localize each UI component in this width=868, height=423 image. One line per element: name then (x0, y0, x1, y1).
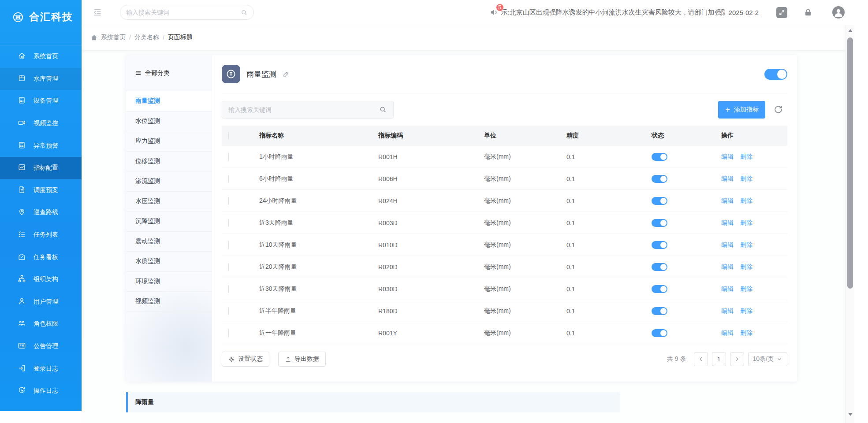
row-checkbox[interactable] (228, 263, 229, 271)
notification-badge[interactable]: 5 (496, 4, 504, 11)
metrics-panel: 雨量监测 添加指标 (212, 55, 797, 382)
select-all-checkbox[interactable] (228, 132, 229, 140)
sidebar-item-home[interactable]: 系统首页 (0, 45, 82, 68)
metric-precision: 0.1 (555, 175, 634, 182)
metric-search-input[interactable] (228, 106, 379, 113)
metric-status-toggle[interactable] (652, 307, 667, 315)
prev-page-button[interactable] (694, 352, 708, 366)
edit-link[interactable]: 编辑 (721, 153, 734, 161)
sidebar-item-device[interactable]: 设备管理 (0, 90, 82, 112)
sidebar-item-user[interactable]: 用户管理 (0, 291, 82, 313)
edit-link[interactable]: 编辑 (721, 307, 734, 315)
search-icon[interactable] (379, 105, 387, 114)
sidebar-item-org[interactable]: 组织架构 (0, 268, 82, 291)
vertical-scrollbar[interactable] (846, 25, 854, 423)
metric-status-toggle[interactable] (652, 285, 667, 293)
metric-status-toggle[interactable] (652, 153, 667, 161)
sidebar-item-oplog[interactable]: 操作日志 (0, 380, 82, 402)
delete-link[interactable]: 删除 (740, 175, 753, 183)
row-checkbox[interactable] (228, 329, 229, 337)
metric-status-toggle[interactable] (652, 329, 667, 337)
delete-link[interactable]: 删除 (740, 329, 753, 337)
delete-link[interactable]: 删除 (740, 197, 753, 205)
category-item[interactable]: 震动监测 (126, 232, 212, 252)
scroll-up-arrow[interactable] (846, 27, 855, 34)
row-checkbox[interactable] (228, 285, 229, 293)
delete-link[interactable]: 删除 (740, 241, 753, 249)
all-categories-header[interactable]: 全部分类 (126, 55, 212, 91)
metric-search[interactable] (222, 101, 394, 119)
set-status-button[interactable]: 设置状态 (222, 352, 269, 367)
next-page-button[interactable] (730, 352, 744, 366)
delete-link[interactable]: 删除 (740, 153, 753, 161)
sidebar-item-roles[interactable]: 角色权限 (0, 313, 82, 335)
delete-link[interactable]: 删除 (740, 307, 753, 315)
row-checkbox[interactable] (228, 175, 229, 183)
sidebar-item-reservoir[interactable]: 水库管理 (0, 68, 82, 90)
category-item[interactable]: 水质监测 (126, 252, 212, 272)
sidebar-item-notice[interactable]: 公告管理 (0, 335, 82, 358)
plan-icon (18, 186, 26, 195)
edit-title-icon[interactable] (282, 70, 290, 78)
global-search[interactable] (120, 5, 254, 20)
category-item-label: 水压监测 (135, 197, 160, 205)
sidebar-item-video[interactable]: 视频监控 (0, 112, 82, 135)
category-item[interactable]: 水位监测 (126, 111, 212, 132)
search-icon[interactable] (240, 9, 248, 16)
collapse-sidebar-icon[interactable] (93, 7, 102, 17)
scroll-down-arrow[interactable] (846, 411, 855, 418)
category-item[interactable]: 渗流监测 (126, 171, 212, 192)
category-item[interactable]: 应力监测 (126, 131, 212, 152)
export-data-button[interactable]: 导出数据 (278, 352, 326, 367)
row-checkbox[interactable] (228, 219, 229, 227)
scrollbar-thumb[interactable] (847, 37, 853, 289)
category-item[interactable]: 水压监测 (126, 192, 212, 212)
category-item[interactable]: 视频监测 (126, 292, 212, 312)
metric-status-toggle[interactable] (652, 241, 667, 249)
sidebar-item-login[interactable]: 登录日志 (0, 357, 82, 380)
delete-link[interactable]: 删除 (740, 285, 753, 293)
edit-link[interactable]: 编辑 (721, 329, 734, 337)
page-number[interactable]: 1 (712, 352, 726, 366)
category-item[interactable]: 环境监测 (126, 272, 212, 292)
edit-link[interactable]: 编辑 (721, 219, 734, 227)
user-avatar[interactable] (832, 6, 845, 19)
announcement-speaker-icon[interactable]: 5 (489, 7, 499, 18)
edit-link[interactable]: 编辑 (721, 197, 734, 205)
global-search-input[interactable] (126, 9, 240, 16)
edit-link[interactable]: 编辑 (721, 263, 734, 271)
breadcrumb-item-home[interactable]: 系统首页 (101, 33, 126, 41)
row-checkbox[interactable] (228, 197, 229, 205)
brand-name: 合汇科技 (29, 10, 73, 24)
metric-status-toggle[interactable] (652, 197, 667, 205)
sidebar-item-alert[interactable]: 异常预警 (0, 134, 82, 157)
add-metric-button[interactable]: 添加指标 (718, 101, 765, 119)
edit-link[interactable]: 编辑 (721, 285, 734, 293)
row-checkbox[interactable] (228, 153, 229, 161)
sidebar-item-board[interactable]: 任务看板 (0, 246, 82, 268)
metric-status-toggle[interactable] (652, 219, 667, 227)
sidebar-item-route[interactable]: 巡查路线 (0, 201, 82, 224)
sidebar-item-metrics[interactable]: 指标配置 (0, 157, 82, 179)
table-row: 近20天降雨量 R020D 毫米(mm) 0.1 编辑 删除 (222, 256, 787, 278)
edit-link[interactable]: 编辑 (721, 175, 734, 183)
category-item[interactable]: 沉降监测 (126, 212, 212, 232)
refresh-icon[interactable] (773, 104, 784, 115)
row-checkbox[interactable] (228, 241, 229, 249)
device-icon (18, 96, 26, 106)
metric-status-toggle[interactable] (652, 175, 667, 183)
metric-status-toggle[interactable] (652, 263, 667, 271)
category-item[interactable]: 雨量监测 (126, 91, 212, 111)
lock-screen-icon[interactable] (803, 7, 813, 17)
category-item[interactable]: 位移监测 (126, 152, 212, 172)
category-enabled-toggle[interactable] (764, 69, 787, 80)
delete-link[interactable]: 删除 (740, 219, 753, 227)
delete-link[interactable]: 删除 (740, 263, 753, 271)
page-size-select[interactable]: 10条/页 (748, 352, 787, 366)
row-checkbox[interactable] (228, 307, 229, 315)
breadcrumb-item-category[interactable]: 分类名称 (134, 33, 159, 41)
edit-link[interactable]: 编辑 (721, 241, 734, 249)
fullscreen-icon[interactable] (776, 7, 787, 18)
sidebar-item-tasks[interactable]: 任务列表 (0, 224, 82, 246)
sidebar-item-plan[interactable]: 调度预案 (0, 179, 82, 202)
